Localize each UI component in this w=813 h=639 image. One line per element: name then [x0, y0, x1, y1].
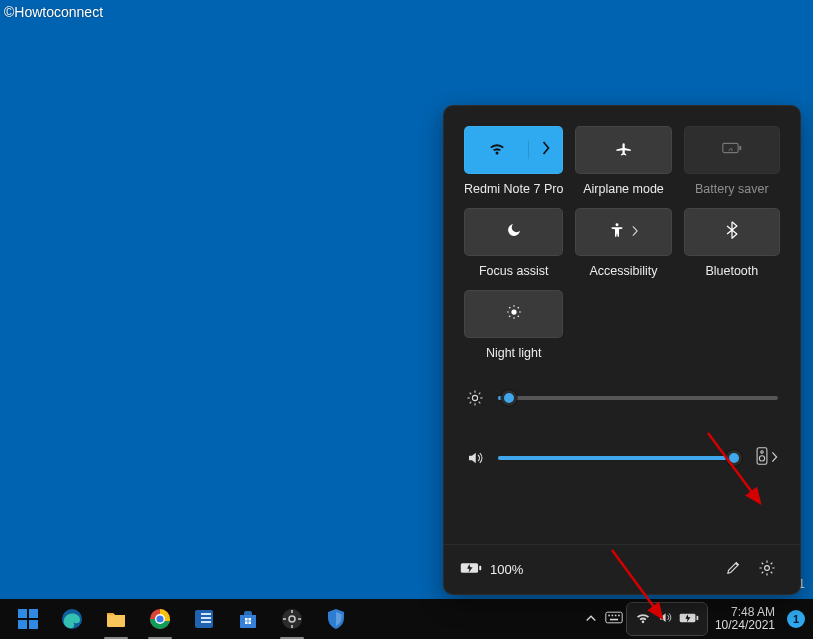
pencil-icon [725, 559, 742, 580]
audio-device-icon [755, 447, 769, 469]
svg-rect-32 [29, 620, 38, 629]
network-sound-battery-button[interactable] [627, 603, 707, 635]
airplane-label: Airplane mode [583, 182, 664, 196]
battery-icon [679, 612, 699, 627]
bluetooth-icon [726, 221, 738, 243]
accessibility-cell: Accessibility [575, 208, 671, 278]
svg-line-18 [479, 402, 481, 404]
svg-point-12 [472, 395, 477, 400]
settings-button[interactable] [750, 553, 784, 587]
settings-app[interactable] [270, 599, 314, 639]
svg-point-26 [765, 565, 770, 570]
chevron-right-icon [771, 449, 778, 467]
battery-percent: 100% [490, 562, 523, 577]
brightness-slider[interactable] [498, 396, 778, 400]
bluetooth-label: Bluetooth [705, 264, 758, 278]
gear-icon [280, 607, 304, 631]
airplane-icon [615, 139, 633, 161]
taskbar: 7:48 AM 10/24/2021 1 [0, 599, 813, 639]
svg-line-20 [479, 393, 481, 395]
svg-point-23 [761, 451, 763, 453]
svg-line-19 [470, 402, 472, 404]
battery-saver-tile [684, 126, 780, 174]
security-app[interactable] [314, 599, 358, 639]
brightness-row [466, 382, 778, 414]
volume-slider[interactable] [498, 456, 741, 460]
quick-settings-grid: Redmi Note 7 Pro Airplane mode Battery s… [444, 106, 800, 360]
bluetooth-tile[interactable] [684, 208, 780, 256]
wifi-cell: Redmi Note 7 Pro [464, 126, 563, 196]
store-app[interactable] [226, 599, 270, 639]
svg-point-38 [156, 615, 163, 622]
file-explorer-app[interactable] [94, 599, 138, 639]
wifi-expand-button[interactable] [528, 141, 562, 159]
svg-rect-42 [201, 621, 211, 623]
chrome-app[interactable] [138, 599, 182, 639]
svg-rect-43 [245, 618, 248, 621]
svg-rect-55 [611, 615, 613, 617]
svg-line-11 [517, 307, 518, 308]
airplane-tile[interactable] [575, 126, 671, 174]
night-light-tile[interactable] [464, 290, 563, 338]
chevron-up-icon [585, 612, 597, 626]
svg-rect-40 [201, 613, 211, 615]
edit-quick-settings-button[interactable] [716, 553, 750, 587]
svg-rect-46 [248, 621, 251, 624]
svg-line-17 [470, 393, 472, 395]
battery-saver-icon [722, 141, 742, 159]
watermark-text: ©Howtoconnect [4, 4, 103, 20]
chevron-right-icon [541, 141, 551, 159]
wifi-tile[interactable] [464, 126, 563, 174]
taskbar-clock[interactable]: 7:48 AM 10/24/2021 [707, 606, 783, 632]
airplane-cell: Airplane mode [575, 126, 671, 196]
svg-rect-30 [29, 609, 38, 618]
start-button[interactable] [6, 599, 50, 639]
wifi-icon [635, 611, 651, 627]
accessibility-icon [609, 222, 625, 242]
word-icon [192, 607, 216, 631]
svg-line-9 [517, 316, 518, 317]
svg-point-2 [615, 223, 618, 226]
svg-rect-58 [610, 619, 618, 621]
focus-assist-tile[interactable] [464, 208, 563, 256]
svg-rect-31 [18, 620, 27, 629]
battery-charging-icon [460, 561, 482, 578]
keyboard-icon [605, 611, 623, 627]
windows-logo-icon [16, 607, 40, 631]
notification-count: 1 [793, 613, 799, 625]
focus-assist-label: Focus assist [479, 264, 548, 278]
wifi-toggle[interactable] [465, 141, 528, 159]
svg-line-8 [509, 307, 510, 308]
svg-rect-57 [618, 615, 620, 617]
accessibility-tile[interactable] [575, 208, 671, 256]
svg-point-3 [511, 309, 516, 314]
focus-assist-cell: Focus assist [464, 208, 563, 278]
svg-rect-53 [606, 612, 622, 623]
volume-row [466, 442, 778, 474]
chrome-icon [148, 607, 172, 631]
quick-settings-sliders [444, 360, 800, 544]
edge-app[interactable] [50, 599, 94, 639]
speaker-icon [466, 449, 484, 467]
battery-status[interactable]: 100% [460, 561, 523, 578]
battery-saver-cell: Battery saver [684, 126, 780, 196]
accessibility-label: Accessibility [589, 264, 657, 278]
notification-badge[interactable]: 1 [787, 610, 805, 628]
svg-rect-54 [608, 615, 610, 617]
system-tray: 7:48 AM 10/24/2021 1 [581, 599, 813, 639]
svg-point-22 [759, 456, 764, 461]
ime-indicator[interactable] [601, 599, 627, 639]
svg-line-10 [509, 316, 510, 317]
shield-icon [324, 607, 348, 631]
svg-rect-56 [615, 615, 617, 617]
brightness-low-icon [505, 303, 523, 325]
taskbar-pinned-apps [0, 599, 358, 639]
night-light-cell: Night light [464, 290, 563, 360]
wifi-label: Redmi Note 7 Pro [464, 182, 563, 196]
volume-mixer-button[interactable] [755, 447, 778, 469]
brightness-icon [466, 389, 484, 407]
word-app[interactable] [182, 599, 226, 639]
svg-rect-45 [245, 621, 248, 624]
edge-icon [60, 607, 84, 631]
tray-overflow-button[interactable] [581, 599, 601, 639]
